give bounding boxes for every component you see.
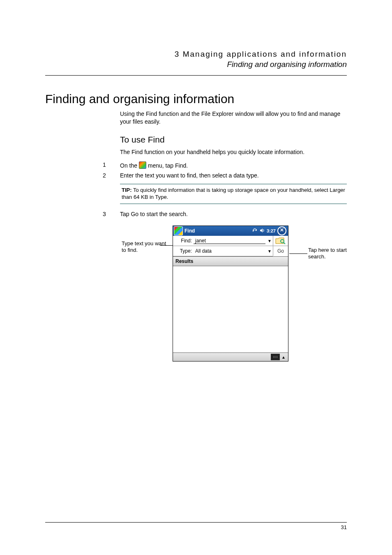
clock-time: 3:27 bbox=[267, 228, 276, 233]
go-button[interactable]: Go bbox=[273, 246, 288, 256]
sync-icon bbox=[252, 228, 258, 235]
sip-bar: ▲ bbox=[173, 352, 288, 361]
dropdown-icon[interactable]: ▼ bbox=[266, 249, 273, 253]
step-1: 1 On the menu, tap Find. bbox=[103, 161, 347, 169]
type-label: Type: bbox=[173, 248, 194, 254]
step-2: 2 Enter the text you want to find, then … bbox=[103, 172, 347, 179]
callout-line bbox=[160, 245, 173, 246]
step-text: On the menu, tap Find. bbox=[120, 161, 347, 169]
start-icon[interactable] bbox=[174, 226, 183, 235]
step-3: 3 Tap Go to start the search. bbox=[103, 211, 347, 217]
results-header: Results bbox=[173, 256, 288, 266]
callout-right: Tap here to start search. bbox=[308, 247, 353, 260]
page-number: 31 bbox=[45, 524, 347, 530]
sub-description: The Find function on your handheld helps… bbox=[120, 148, 347, 156]
find-input[interactable]: janet bbox=[194, 238, 265, 244]
step-1-text-b: menu, tap Find. bbox=[148, 162, 188, 169]
device-screenshot: Find 3:27 ✕ Find: janet bbox=[173, 226, 288, 362]
step-number: 1 bbox=[103, 161, 120, 169]
section-title: Finding and organising information bbox=[45, 60, 347, 70]
step-1-text-a: On the bbox=[120, 162, 139, 169]
tip-label: TIP: bbox=[122, 187, 132, 193]
callout-left: Type text you want to find. bbox=[122, 240, 171, 253]
intro-paragraph: Using the Find function and the File Exp… bbox=[120, 110, 347, 126]
step-text: Enter the text you want to find, then se… bbox=[120, 172, 347, 179]
results-area bbox=[173, 266, 288, 352]
tip-box: TIP: To quickly find information that is… bbox=[120, 184, 347, 204]
step-text: Tap Go to start the search. bbox=[120, 211, 347, 217]
subheading: To use Find bbox=[120, 134, 347, 145]
folder-button[interactable] bbox=[273, 236, 288, 246]
window-title: Find bbox=[184, 228, 195, 234]
step-number: 3 bbox=[103, 211, 120, 217]
type-select[interactable]: All data bbox=[194, 248, 265, 254]
chapter-title: 3 Managing applications and information bbox=[45, 49, 347, 60]
type-row: Type: All data ▼ bbox=[173, 246, 273, 256]
find-row: Find: janet ▼ bbox=[173, 236, 273, 246]
speaker-icon[interactable] bbox=[259, 228, 265, 235]
figure: Type text you want to find. Tap here to … bbox=[45, 226, 347, 382]
titlebar: Find 3:27 ✕ bbox=[173, 226, 288, 236]
tip-text: To quickly find information that is taki… bbox=[122, 187, 345, 200]
close-icon[interactable]: ✕ bbox=[277, 226, 286, 235]
callout-line bbox=[289, 253, 307, 254]
step-number: 2 bbox=[103, 172, 120, 179]
header-divider bbox=[45, 75, 347, 76]
find-label: Find: bbox=[173, 238, 194, 244]
folder-search-icon bbox=[275, 236, 286, 245]
keyboard-icon[interactable] bbox=[271, 354, 280, 360]
dropdown-icon[interactable]: ▼ bbox=[266, 239, 273, 243]
footer-divider bbox=[45, 522, 347, 523]
start-menu-icon bbox=[139, 161, 146, 169]
page-heading: Finding and organising information bbox=[45, 92, 347, 106]
sip-arrow-icon[interactable]: ▲ bbox=[281, 355, 286, 359]
